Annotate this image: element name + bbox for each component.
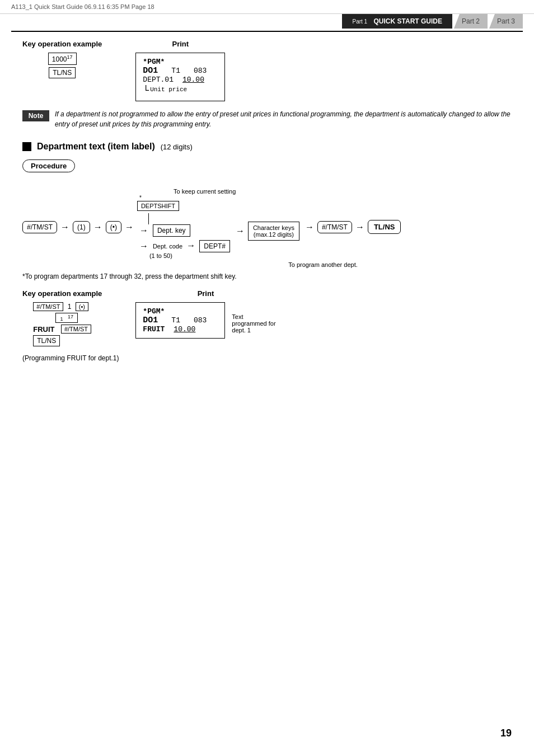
print-line3: DEPT.01 10.00: [143, 76, 218, 84]
flow-end-key1: #/TM/ST: [317, 221, 352, 233]
key-op-header: Key operation example: [22, 40, 102, 48]
arrow2: →: [93, 222, 102, 232]
section-heading: Department text (item label) (12 digits): [22, 142, 512, 152]
flow-key-dot: (•): [106, 221, 121, 233]
note-box: Note If a department is not programmed t…: [22, 109, 512, 129]
flow-end-key2: TL/NS: [368, 220, 401, 234]
page-number: 19: [500, 727, 512, 739]
tab-part1-active[interactable]: Part 1 QUICK START GUIDE: [342, 14, 452, 29]
print-dept01: DEPT.01: [143, 76, 174, 84]
key2-row4: TL/NS: [33, 335, 60, 346]
dept-hash: DEPT#: [199, 240, 230, 252]
header-bar: A113_1 Quick Start Guide 06.9.11 6:35 PM…: [0, 0, 534, 14]
to-keep-label: To keep current setting: [174, 188, 512, 195]
print-do1: DO1: [143, 66, 158, 76]
text-prog3: dept. 1: [232, 327, 275, 334]
arrow5: →: [305, 222, 314, 232]
print2-do1: DO1: [143, 316, 158, 325]
unit-price-label: Unit price: [150, 86, 187, 93]
arrow-dept-key: →: [139, 226, 148, 236]
example-section-2: Key operation example #/TM/ST 1 (•) 1 17: [22, 289, 512, 346]
print-line1: *PGM*: [143, 58, 218, 66]
breadcrumb: A113_1 Quick Start Guide 06.9.11 6:35 PM…: [11, 3, 154, 10]
key-1000: 100017: [48, 53, 77, 65]
print-t1: T1: [171, 67, 180, 75]
arrow3: →: [125, 222, 134, 232]
procedure-badge: Procedure: [22, 159, 75, 172]
tab-active-label: QUICK START GUIDE: [374, 17, 442, 25]
text-prog2: programmed for: [232, 320, 275, 327]
to-keep-top: [265, 214, 267, 220]
key-sequence-2: #/TM/ST 1 (•) 1 17 FRUIT: [33, 302, 91, 346]
text-prog1: Text: [232, 313, 275, 320]
dept-text-heading: Department text (item label): [37, 142, 155, 152]
print-083: 083: [194, 67, 207, 75]
dept-code-label: Dept. code → DEPT#: [153, 240, 230, 252]
key-1000-row: 100017: [48, 53, 77, 65]
print2-line1: *PGM*: [143, 307, 218, 316]
key2-row3: FRUIT #/TM/ST: [33, 325, 91, 334]
note-text: If a department is not programmed to all…: [55, 109, 512, 129]
nav-header: Part 1 QUICK START GUIDE Part 2 Part 3: [0, 14, 534, 29]
key-hitmst2: #/TM/ST: [61, 325, 91, 334]
key2-row1: #/TM/ST 1 (•): [33, 302, 88, 311]
tab-part3[interactable]: Part 3: [489, 14, 523, 29]
dept-text-digits: (12 digits): [161, 143, 193, 151]
key-dot2: (•): [76, 302, 88, 311]
arrow-dept-code: →: [139, 241, 148, 251]
key-tlns2: TL/NS: [33, 335, 60, 346]
to-program-another: To program another dept.: [134, 261, 512, 268]
main-content: Key operation example 100017 TL/NS Print…: [0, 34, 534, 373]
print-col-2: Print *PGM* DO1 T1 083 FRUIT 10.00: [135, 289, 275, 339]
deptshift-key: DEPTSHIFT: [137, 201, 179, 211]
print2-line2: DO1 T1 083: [143, 316, 218, 325]
print-line2: DO1 T1 083: [143, 66, 218, 76]
page-wrapper: A113_1 Quick Start Guide 06.9.11 6:35 PM…: [0, 0, 534, 756]
dept-key: Dept. key: [153, 224, 190, 237]
key-op-header-2: Key operation example: [22, 289, 102, 298]
arrow4: →: [236, 226, 245, 236]
key-op-col-2: Key operation example #/TM/ST 1 (•) 1 17: [22, 289, 102, 346]
print-header-2: Print: [198, 289, 214, 298]
dept-code-range: (1 to 50): [149, 252, 172, 259]
print-price: 10.00: [182, 76, 204, 84]
print-box-1: *PGM* DO1 T1 083 DEPT.01 10.00 └ Unit pr…: [135, 53, 225, 101]
flow-key-1: (1): [73, 221, 90, 233]
tab-part2[interactable]: Part 2: [454, 14, 488, 29]
char-keys-sub: (max.12 digits): [253, 231, 294, 238]
arrow6: →: [355, 222, 364, 232]
example-section-2-wrapper: Key operation example #/TM/ST 1 (•) 1 17: [22, 289, 512, 362]
text-programmed-label: Text programmed for dept. 1: [232, 313, 275, 334]
note-label: Note: [22, 110, 49, 121]
fruit-label: FRUIT: [33, 325, 54, 334]
char-keys-box: Character keys (max.12 digits): [248, 222, 299, 241]
key-tlns-row: TL/NS: [49, 67, 76, 78]
print-area-2: *PGM* DO1 T1 083 FRUIT 10.00: [135, 302, 275, 339]
print-box-2: *PGM* DO1 T1 083 FRUIT 10.00: [135, 302, 225, 339]
print2-083: 083: [194, 316, 207, 325]
print2-t1: T1: [171, 316, 180, 325]
key-hitmst: #/TM/ST: [33, 302, 63, 311]
asterisk-note: *To program departments 17 through 32, p…: [22, 273, 512, 280]
char-keys-label: Character keys: [253, 224, 294, 231]
key-tlns: TL/NS: [49, 67, 76, 78]
programming-note: (Programming FRUIT for dept.1): [22, 354, 512, 362]
top-divider: [11, 31, 523, 32]
flow-start-key: #/TM/ST: [22, 221, 57, 233]
key-op-col: Key operation example 100017 TL/NS: [22, 40, 102, 78]
print-col: Print *PGM* DO1 T1 083 DEPT.01 10.00 └ U…: [135, 40, 225, 101]
arrow1: →: [60, 222, 69, 232]
example-section-1: Key operation example 100017 TL/NS Print…: [22, 40, 512, 101]
print-header: Print: [172, 40, 189, 48]
print2-fruit: FRUIT: [143, 325, 165, 334]
key-sup-row: 1 17: [55, 313, 78, 323]
flow-diagram: To keep current setting #/TM/ST → (1) → …: [22, 188, 512, 280]
print2-line3: FRUIT 10.00: [143, 325, 218, 334]
part1-label: Part 1: [352, 18, 367, 25]
key-sequence-1: 100017 TL/NS: [48, 53, 77, 78]
section-square-icon: [22, 142, 31, 151]
print2-price: 10.00: [174, 325, 195, 334]
